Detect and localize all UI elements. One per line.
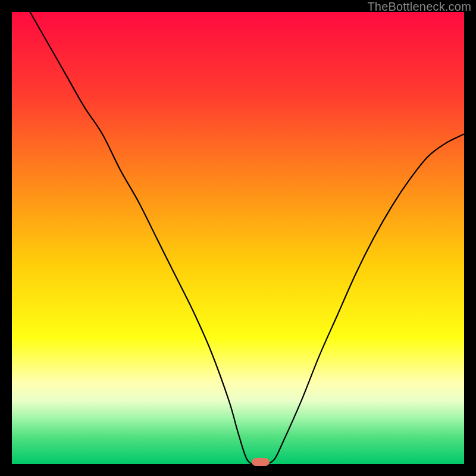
plot-area bbox=[12, 12, 464, 464]
curve-path bbox=[30, 12, 464, 464]
bottleneck-curve bbox=[12, 12, 464, 464]
chart-frame: TheBottleneck.com bbox=[0, 0, 476, 476]
optimal-marker bbox=[252, 458, 270, 466]
watermark-text: TheBottleneck.com bbox=[367, 0, 471, 14]
